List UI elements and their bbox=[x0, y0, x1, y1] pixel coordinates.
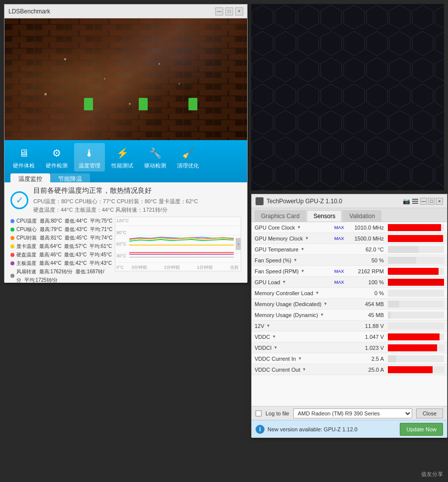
y-label-30: 30°C bbox=[116, 253, 128, 258]
game-texture bbox=[4, 18, 247, 140]
dropdown-arrow-gpu-temp[interactable]: ▼ bbox=[299, 246, 305, 252]
notification-text: New version available: GPU-Z 1.12.0 bbox=[268, 426, 397, 432]
bar-gpu-core-clock bbox=[388, 224, 444, 231]
bar-fill-gpu-mem-clock bbox=[388, 235, 443, 242]
dropdown-arrow-gpu-load[interactable]: ▼ bbox=[281, 279, 287, 285]
y-label-0: 0°C bbox=[116, 265, 128, 270]
chart-svg bbox=[129, 217, 234, 263]
lds-minimize-btn[interactable]: — bbox=[215, 7, 223, 15]
sensor-value-mem-ctrl-load: 0 % bbox=[346, 290, 386, 296]
dropdown-arrow-vddci[interactable]: ▼ bbox=[272, 345, 278, 351]
sensor-row-gpu-load: GPU Load▼ MAX 100 % bbox=[252, 277, 447, 288]
tab-power-save[interactable]: 节能降温 bbox=[50, 173, 90, 185]
gpuz-window: TechPowerUp GPU-Z 1.10.0 📷 — □ × Graphic… bbox=[251, 194, 448, 437]
lds-close-btn[interactable]: × bbox=[235, 7, 243, 15]
nav-item-clean-opt[interactable]: 🧹 清理优化 bbox=[173, 143, 203, 171]
chart-legend: CPU温度 最高:80°C 最低:44°C 平均:75°C CPU核心 最高:7… bbox=[10, 217, 115, 271]
gpu-card-select[interactable]: AMD Radeon (TM) R9 390 Series bbox=[293, 408, 412, 418]
tab-sensors[interactable]: Sensors bbox=[307, 210, 342, 222]
sensor-name-12v: 12V▼ bbox=[253, 323, 332, 329]
dropdown-arrow-12v[interactable]: ▼ bbox=[266, 323, 271, 329]
bar-mem-usage-ded bbox=[388, 301, 444, 308]
watermark: 值友分享 bbox=[421, 471, 443, 478]
sensor-row-fan-pct: Fan Speed (%)▼ 50 % bbox=[252, 255, 447, 266]
lds-content: ✓ 目前各硬件温度均正常，散热情况良好 CPU温度：80°C CPU核心：77°… bbox=[4, 182, 247, 283]
lds-nav: 🖥 硬件体检 ⚙ 硬件检测 🌡 温度管理 ⚡ 性能测试 🔧 驱动检测 bbox=[8, 143, 243, 171]
gpuz-title-left: TechPowerUp GPU-Z 1.10.0 bbox=[256, 197, 342, 205]
sensor-row-gpu-mem-clock: GPU Memory Clock▼ MAX 1500.0 MHz bbox=[252, 233, 447, 244]
dropdown-arrow-fan-rpm[interactable]: ▼ bbox=[300, 268, 306, 274]
nav-item-perf-test[interactable]: ⚡ 性能测试 bbox=[107, 143, 138, 171]
lds-maximize-btn[interactable]: □ bbox=[225, 7, 233, 15]
legend-dot-gpu-temp bbox=[10, 244, 14, 248]
lds-panel: 🖥 硬件体检 ⚙ 硬件检测 🌡 温度管理 ⚡ 性能测试 🔧 驱动检测 bbox=[4, 140, 247, 283]
sensor-value-vddc: 1.047 V bbox=[346, 334, 386, 340]
x-label-2min: 2分钟前 bbox=[164, 264, 180, 271]
gpuz-tabs: Graphics Card Sensors Validation bbox=[252, 208, 447, 222]
sensor-value-vddc-curr-in: 2.5 A bbox=[346, 356, 386, 362]
gpuz-menu-icon[interactable] bbox=[411, 197, 419, 205]
gpuz-maximize-btn[interactable]: □ bbox=[428, 198, 435, 205]
sensor-value-gpu-temp: 62.0 °C bbox=[346, 246, 386, 252]
sensor-row-fan-rpm: Fan Speed (RPM)▼ MAX 2162 RPM bbox=[252, 266, 447, 277]
sensor-name-gpu-load: GPU Load▼ bbox=[253, 279, 332, 285]
tab-validation[interactable]: Validation bbox=[343, 210, 381, 222]
sensor-name-gpu-core-clock: GPU Core Clock▼ bbox=[253, 225, 332, 231]
bar-12v bbox=[388, 322, 444, 329]
status-info: 目前各硬件温度均正常，散热情况良好 CPU温度：80°C CPU核心：77°C … bbox=[33, 186, 202, 214]
gpuz-close-btn[interactable]: × bbox=[436, 198, 443, 205]
chart-collapse-arrow[interactable]: › bbox=[236, 238, 241, 250]
update-now-button[interactable]: Update Now bbox=[400, 423, 443, 436]
status-title: 目前各硬件温度均正常，散热情况良好 bbox=[33, 186, 202, 195]
tab-graphics-card[interactable]: Graphics Card bbox=[255, 210, 306, 222]
dropdown-arrow-mem-usage-ded[interactable]: ▼ bbox=[323, 301, 329, 307]
sensor-row-mem-usage-ded: Memory Usage (Dedicated)▼ 454 MB bbox=[252, 299, 447, 310]
sensor-value-12v: 11.88 V bbox=[346, 323, 386, 329]
status-check-icon: ✓ bbox=[10, 191, 28, 209]
sensor-row-12v: 12V▼ 11.88 V bbox=[252, 321, 447, 331]
lds-game-area bbox=[4, 18, 247, 140]
temp-mgmt-icon: 🌡 bbox=[82, 145, 97, 161]
nav-item-temp-mgmt[interactable]: 🌡 温度管理 bbox=[74, 143, 105, 171]
dropdown-arrow-vddc-curr-out[interactable]: ▼ bbox=[301, 367, 307, 373]
dropdown-arrow-mem-usage-dyn[interactable]: ▼ bbox=[319, 312, 325, 318]
tab-temp-monitor[interactable]: 温度监控 bbox=[10, 173, 50, 185]
nav-label-hardware-detect: 硬件检测 bbox=[46, 162, 68, 169]
bar-vddc bbox=[388, 333, 444, 340]
nav-item-hardware-check[interactable]: 🖥 硬件体检 bbox=[8, 143, 39, 171]
dropdown-arrow-fan-pct[interactable]: ▼ bbox=[292, 257, 298, 263]
sensor-row-vddc: VDDC▼ 1.047 V bbox=[252, 331, 447, 342]
gpuz-camera-icon[interactable]: 📷 bbox=[402, 197, 410, 205]
gpuz-close-button[interactable]: Close bbox=[416, 408, 443, 418]
bar-gpu-load bbox=[388, 279, 444, 286]
nav-label-clean-opt: 清理优化 bbox=[177, 162, 199, 169]
max-label-fan-rpm: MAX bbox=[332, 269, 346, 274]
sensor-row-vddci: VDDCI▼ 1.023 V bbox=[252, 342, 447, 353]
legend-dot-fan-speed bbox=[10, 274, 14, 278]
nav-label-hardware-check: 硬件体检 bbox=[13, 162, 35, 169]
lds-titlebar: LDSBenchmark — □ × bbox=[4, 4, 247, 18]
sensor-value-gpu-mem-clock: 1500.0 MHz bbox=[346, 236, 386, 241]
dropdown-arrow-mem-ctrl-load[interactable]: ▼ bbox=[314, 290, 320, 296]
sensor-name-vddc: VDDC▼ bbox=[253, 334, 332, 340]
status-details-line1: CPU温度：80°C CPU核心：77°C CPU封装：80°C 显卡温度：62… bbox=[33, 197, 202, 206]
hardware-detect-icon: ⚙ bbox=[49, 145, 65, 161]
nav-item-driver-check[interactable]: 🔧 驱动检测 bbox=[140, 143, 171, 171]
nav-item-hardware-detect[interactable]: ⚙ 硬件检测 bbox=[41, 143, 72, 171]
status-details-line2: 硬盘温度：44°C 主板温度：44°C 风扇转速：1721转/分 bbox=[33, 206, 202, 214]
gpuz-controls: 📷 — □ × bbox=[402, 197, 443, 205]
game-sprite-3 bbox=[188, 98, 197, 110]
dropdown-arrow-gpu-mem-clock[interactable]: ▼ bbox=[304, 236, 310, 241]
gpuz-minimize-btn[interactable]: — bbox=[420, 198, 427, 205]
dropdown-arrow-gpu-core-clock[interactable]: ▼ bbox=[296, 225, 302, 231]
lds-window: LDSBenchmark — □ × bbox=[4, 4, 248, 282]
chart-section: CPU温度 最高:80°C 最低:44°C 平均:75°C CPU核心 最高:7… bbox=[10, 217, 241, 271]
clean-opt-icon: 🧹 bbox=[180, 145, 196, 161]
dropdown-arrow-vddc[interactable]: ▼ bbox=[271, 334, 277, 340]
log-to-file-checkbox[interactable] bbox=[256, 410, 262, 416]
legend-cpu-core: CPU核心 最高:79°C 最低:43°C 平均:71°C bbox=[10, 225, 115, 234]
dropdown-arrow-vddc-curr-in[interactable]: ▼ bbox=[297, 356, 303, 362]
bar-fill-gpu-load bbox=[388, 279, 444, 286]
bar-fill-vddci bbox=[388, 344, 437, 351]
legend-mobo-temp: 主板温度 最高:44°C 最低:42°C 平均:43°C bbox=[10, 259, 115, 267]
